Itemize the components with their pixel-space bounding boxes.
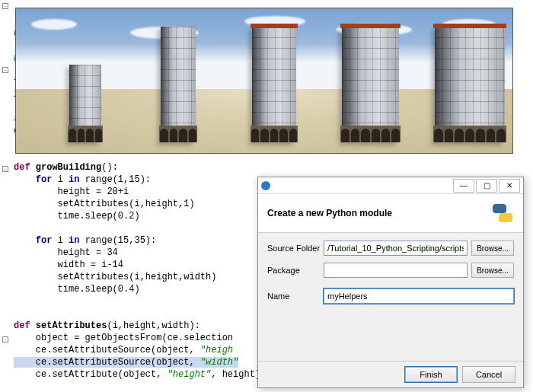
package-input[interactable] (324, 263, 468, 278)
close-button[interactable]: ✕ (499, 179, 520, 193)
package-label: Package (267, 266, 324, 275)
cancel-button[interactable]: Cancel (462, 366, 515, 383)
new-python-module-dialog: — ▢ ✕ Create a new Python module Source … (257, 177, 524, 388)
app-icon (261, 181, 270, 190)
finish-button[interactable]: Finish (404, 366, 458, 383)
dialog-title: Create a new Python module (267, 208, 491, 218)
browse-package-button[interactable]: Browse... (471, 263, 514, 278)
titlebar[interactable]: — ▢ ✕ (258, 177, 523, 194)
viewport-3d[interactable] (15, 8, 513, 154)
python-icon (491, 202, 514, 225)
source-folder-label: Source Folder (267, 244, 324, 253)
name-input[interactable] (324, 288, 514, 304)
minimize-button[interactable]: — (453, 179, 474, 193)
name-label: Name (267, 292, 324, 301)
maximize-button[interactable]: ▢ (476, 179, 497, 193)
source-folder-input[interactable] (324, 241, 468, 256)
browse-source-button[interactable]: Browse... (471, 241, 514, 256)
